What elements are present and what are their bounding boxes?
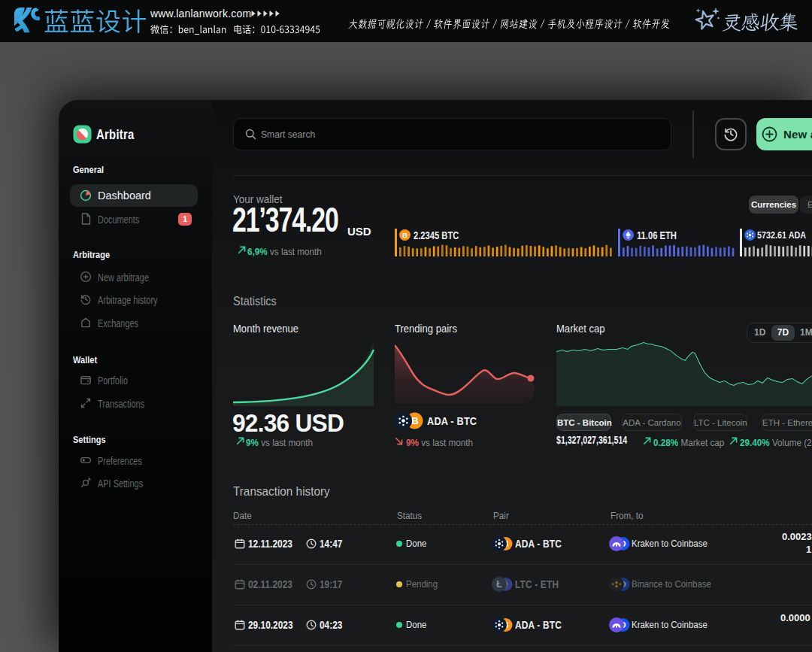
- svg-text:B: B: [411, 415, 418, 426]
- svg-text:B: B: [402, 231, 408, 239]
- svg-text:Ł: Ł: [496, 579, 501, 590]
